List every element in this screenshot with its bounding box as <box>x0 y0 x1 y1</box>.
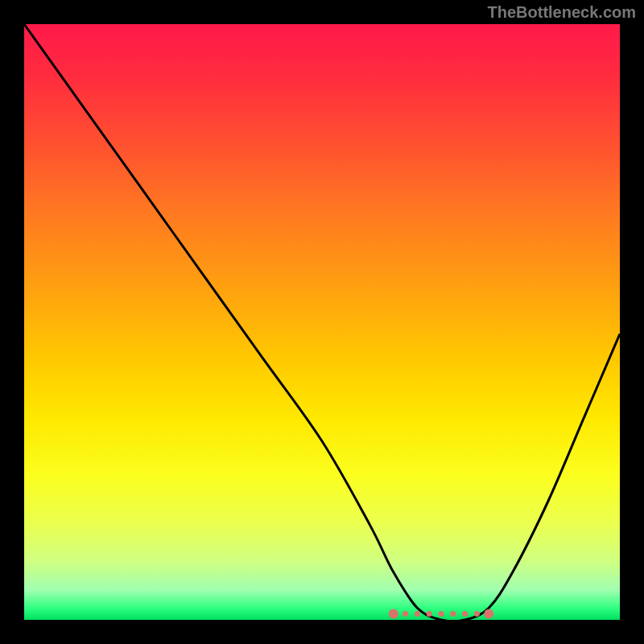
watermark-text: TheBottleneck.com <box>488 3 636 22</box>
optimal-range-dot <box>474 611 480 617</box>
plot-area <box>24 24 620 620</box>
optimal-range-dot <box>450 611 456 617</box>
optimal-range-markers <box>389 609 493 619</box>
optimal-range-dot <box>462 611 468 617</box>
optimal-range-dot <box>402 611 408 617</box>
optimal-range-dot <box>427 611 432 617</box>
optimal-range-end-marker <box>484 609 493 619</box>
bottleneck-curve-svg <box>24 24 620 620</box>
optimal-range-end-marker <box>389 609 398 619</box>
optimal-range-dot <box>439 611 444 617</box>
bottleneck-curve-path <box>24 24 620 620</box>
optimal-range-dot <box>415 611 420 617</box>
